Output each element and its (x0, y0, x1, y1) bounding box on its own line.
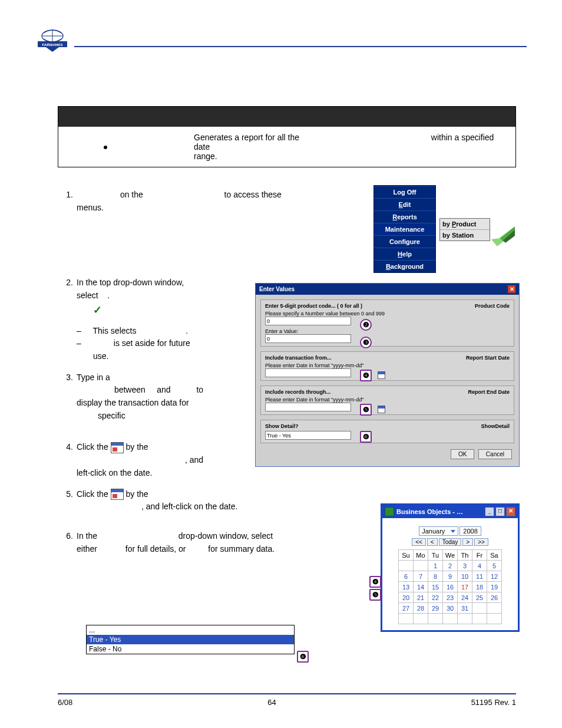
calendar-grid: SuMoTuWeThFrSa 12345 6789101112 13141516… (398, 549, 502, 624)
nav-first[interactable]: << (412, 538, 426, 546)
step-3-num: 3. (58, 371, 77, 423)
step-5-num: 5. (58, 488, 77, 513)
page-footer: 6/08 64 51195 Rev. 1 (58, 693, 516, 707)
fairbanks-logo: FAIRBANKS (35, 29, 70, 53)
step-2-num: 2. (58, 276, 77, 363)
step-3: Type in a between and to display the tra… (77, 371, 242, 423)
g2-head: Include transaction from... (265, 355, 332, 361)
calendar-icon[interactable] (111, 489, 124, 500)
footer-left: 6/08 (58, 698, 72, 707)
dd-row-false[interactable]: False - No (87, 644, 294, 654)
g2-right: Report Start Date (466, 355, 510, 361)
step-1-num: 1. (58, 189, 77, 214)
submenu-by-station[interactable]: by Station (440, 229, 490, 241)
dd-row-dots[interactable]: ... (87, 625, 294, 635)
dd-row-true[interactable]: True - Yes (87, 635, 294, 644)
show-detail-dropdown[interactable]: ... True - Yes False - No (86, 625, 295, 654)
enter-values-dialog: Enter Values ✕ Enter 5-digit product cod… (255, 283, 520, 467)
step-4-num: 4. (58, 441, 77, 479)
close-button[interactable]: ✕ (506, 507, 515, 516)
submenu-by-product[interactable]: by Product (440, 219, 490, 229)
menu-edit[interactable]: Edit (374, 198, 435, 210)
g4-right: ShowDetail (481, 423, 510, 429)
g1-right: Product Code (475, 303, 510, 309)
calendar-icon[interactable] (378, 371, 385, 379)
calpop-title: Business Objects - … (396, 508, 463, 515)
badge-4: ❹ (360, 370, 372, 381)
app-icon (385, 507, 394, 516)
g1-l1: Please specify a Number value between 0 … (265, 311, 510, 317)
desc-pre: Generates a report for all the (194, 133, 299, 142)
nav-prev[interactable]: < (427, 538, 438, 546)
g1-l2: Enter a Value: (265, 328, 510, 334)
g3-right: Report End Date (468, 389, 510, 395)
arrow-3d-icon (491, 226, 516, 250)
ok-button[interactable]: OK (451, 449, 474, 459)
menu-logoff[interactable]: Log Off (374, 186, 435, 198)
badge-6b: ❻ (297, 651, 309, 663)
page-header: FAIRBANKS (35, 24, 527, 53)
step-6: In the drop-down window, select either f… (77, 530, 342, 555)
dialog-title: Enter Values (259, 286, 295, 292)
menu-background[interactable]: Background (374, 260, 435, 272)
menu-screenshot: Log Off Edit Reports Maintenance Configu… (373, 185, 516, 273)
start-date-input[interactable] (265, 368, 351, 377)
menu-configure[interactable]: Configure (374, 235, 435, 248)
nav-last[interactable]: >> (474, 538, 488, 546)
nav-today[interactable]: Today (439, 538, 462, 546)
description-table: Generates a report for all the within a … (58, 106, 516, 167)
menu-reports[interactable]: Reports (374, 210, 435, 223)
calendar-icon[interactable] (111, 442, 124, 453)
badge-3: ❸ (360, 337, 372, 348)
bullet-icon (104, 146, 107, 149)
step-6-num: 6. (58, 530, 77, 555)
year-display: 2008 (459, 526, 481, 536)
cancel-button[interactable]: Cancel (478, 449, 512, 459)
footer-mid: 64 (267, 698, 276, 707)
g4-head: Show Detail? (265, 423, 299, 429)
calendar-popup: Business Objects - … _ □ ✕ January 2008 … (381, 503, 520, 632)
enter-value-input[interactable] (265, 334, 351, 343)
side-badge-4: ❹ (369, 576, 381, 588)
calendar-icon[interactable] (378, 406, 385, 413)
desc-range: range. (194, 151, 217, 161)
step-4: Click the by the , and left-click on the… (77, 441, 253, 479)
end-date-input[interactable] (265, 403, 351, 411)
badge-6: ❻ (360, 431, 372, 443)
check-icon: ✓ (93, 304, 102, 316)
month-select[interactable]: January (419, 526, 458, 536)
product-code-input[interactable] (265, 317, 351, 325)
chevron-down-icon (451, 530, 455, 533)
g2-l1: Please enter Date in format "yyyy-mm-dd" (265, 363, 510, 368)
g3-head: Include records through... (265, 389, 330, 395)
show-detail-input[interactable] (265, 431, 351, 440)
minimize-button[interactable]: _ (485, 507, 494, 516)
g3-l1: Please enter Date in format "yyyy-mm-dd" (265, 397, 510, 403)
svg-text:FAIRBANKS: FAIRBANKS (42, 43, 62, 47)
badge-5: ❺ (360, 404, 372, 416)
badge-2: ❷ (360, 319, 372, 331)
menu-maintenance[interactable]: Maintenance (374, 223, 435, 235)
maximize-button[interactable]: □ (495, 507, 505, 516)
step-2: In the top drop-down window, select . ✓ … (77, 276, 242, 363)
side-badge-5: ❺ (369, 589, 381, 601)
footer-right: 51195 Rev. 1 (471, 698, 516, 707)
step-5: Click the by the , and left-click on the… (77, 488, 289, 513)
menu-help[interactable]: Help (374, 248, 435, 260)
close-icon[interactable]: ✕ (508, 285, 515, 293)
nav-next[interactable]: > (462, 538, 473, 546)
g1-head: Enter 5-digit product code... ( 0 for al… (265, 303, 362, 309)
header-rule (74, 46, 527, 47)
step-1: on the to access these menus. (77, 189, 330, 214)
